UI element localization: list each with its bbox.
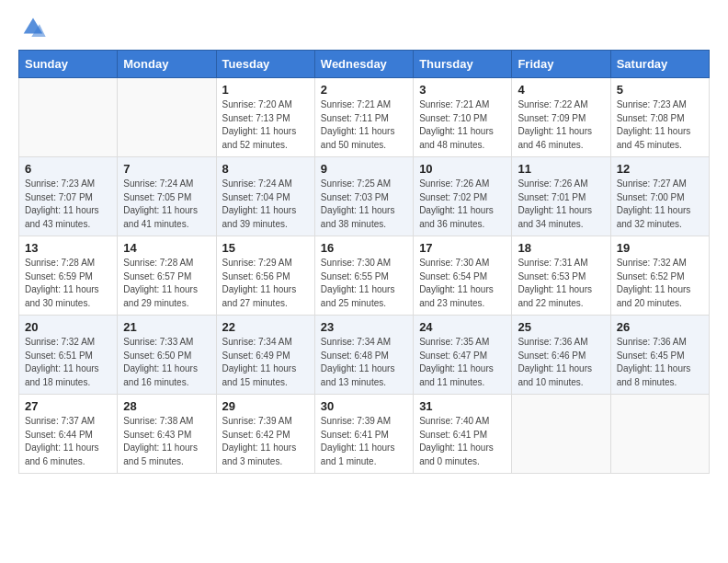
calendar-cell: 1Sunrise: 7:20 AMSunset: 7:13 PMDaylight…: [216, 78, 314, 157]
calendar: SundayMondayTuesdayWednesdayThursdayFrid…: [18, 50, 710, 474]
day-info: Sunrise: 7:35 AMSunset: 6:47 PMDaylight:…: [419, 336, 506, 389]
day-info: Sunrise: 7:31 AMSunset: 6:53 PMDaylight:…: [518, 257, 604, 310]
day-number: 7: [123, 162, 210, 176]
day-info: Sunrise: 7:22 AMSunset: 7:09 PMDaylight:…: [518, 98, 604, 152]
calendar-cell: 5Sunrise: 7:23 AMSunset: 7:08 PMDaylight…: [610, 78, 709, 157]
day-number: 13: [25, 241, 111, 255]
day-number: 24: [419, 320, 506, 334]
day-of-week-header: Wednesday: [314, 51, 413, 78]
day-of-week-header: Thursday: [414, 51, 512, 78]
day-number: 20: [25, 320, 111, 334]
day-info: Sunrise: 7:34 AMSunset: 6:48 PMDaylight:…: [321, 336, 407, 389]
day-number: 27: [25, 399, 111, 413]
calendar-cell: 16Sunrise: 7:30 AMSunset: 6:55 PMDayligh…: [314, 236, 413, 316]
calendar-cell: 13Sunrise: 7:28 AMSunset: 6:59 PMDayligh…: [19, 236, 118, 316]
calendar-cell: 21Sunrise: 7:33 AMSunset: 6:50 PMDayligh…: [118, 316, 216, 395]
day-number: 16: [321, 241, 407, 255]
calendar-cell: 30Sunrise: 7:39 AMSunset: 6:41 PMDayligh…: [314, 395, 413, 474]
day-of-week-header: Friday: [512, 51, 610, 78]
calendar-cell: 9Sunrise: 7:25 AMSunset: 7:03 PMDaylight…: [314, 157, 413, 236]
calendar-cell: [118, 78, 216, 157]
day-of-week-header: Sunday: [19, 51, 118, 78]
day-number: 14: [123, 241, 210, 255]
day-number: 30: [321, 399, 407, 413]
day-info: Sunrise: 7:28 AMSunset: 6:57 PMDaylight:…: [123, 257, 210, 310]
calendar-cell: 6Sunrise: 7:23 AMSunset: 7:07 PMDaylight…: [19, 157, 118, 236]
day-info: Sunrise: 7:30 AMSunset: 6:54 PMDaylight:…: [419, 257, 506, 310]
day-number: 1: [222, 83, 309, 97]
calendar-cell: 25Sunrise: 7:36 AMSunset: 6:46 PMDayligh…: [512, 316, 610, 395]
day-info: Sunrise: 7:32 AMSunset: 6:51 PMDaylight:…: [25, 336, 111, 389]
day-info: Sunrise: 7:32 AMSunset: 6:52 PMDaylight:…: [617, 257, 703, 310]
calendar-cell: 28Sunrise: 7:38 AMSunset: 6:43 PMDayligh…: [118, 395, 216, 474]
calendar-cell: 20Sunrise: 7:32 AMSunset: 6:51 PMDayligh…: [19, 316, 118, 395]
day-info: Sunrise: 7:39 AMSunset: 6:42 PMDaylight:…: [222, 415, 309, 468]
day-number: 18: [518, 241, 604, 255]
calendar-cell: 3Sunrise: 7:21 AMSunset: 7:10 PMDaylight…: [414, 78, 512, 157]
day-number: 26: [617, 320, 703, 334]
calendar-cell: [19, 78, 118, 157]
calendar-cell: 26Sunrise: 7:36 AMSunset: 6:45 PMDayligh…: [610, 316, 709, 395]
day-info: Sunrise: 7:34 AMSunset: 6:49 PMDaylight:…: [222, 336, 309, 389]
day-info: Sunrise: 7:38 AMSunset: 6:43 PMDaylight:…: [123, 415, 210, 468]
day-number: 21: [123, 320, 210, 334]
day-number: 9: [321, 162, 407, 176]
calendar-cell: 18Sunrise: 7:31 AMSunset: 6:53 PMDayligh…: [512, 236, 610, 316]
calendar-cell: 10Sunrise: 7:26 AMSunset: 7:02 PMDayligh…: [414, 157, 512, 236]
day-number: 28: [123, 399, 210, 413]
day-info: Sunrise: 7:26 AMSunset: 7:02 PMDaylight:…: [419, 178, 506, 231]
calendar-cell: 23Sunrise: 7:34 AMSunset: 6:48 PMDayligh…: [314, 316, 413, 395]
calendar-cell: 27Sunrise: 7:37 AMSunset: 6:44 PMDayligh…: [19, 395, 118, 474]
day-info: Sunrise: 7:29 AMSunset: 6:56 PMDaylight:…: [222, 257, 309, 310]
day-info: Sunrise: 7:26 AMSunset: 7:01 PMDaylight:…: [518, 178, 604, 231]
calendar-cell: 29Sunrise: 7:39 AMSunset: 6:42 PMDayligh…: [216, 395, 314, 474]
day-info: Sunrise: 7:27 AMSunset: 7:00 PMDaylight:…: [617, 178, 703, 231]
day-info: Sunrise: 7:24 AMSunset: 7:05 PMDaylight:…: [123, 178, 210, 231]
day-number: 15: [222, 241, 309, 255]
day-number: 31: [419, 399, 506, 413]
calendar-cell: 7Sunrise: 7:24 AMSunset: 7:05 PMDaylight…: [118, 157, 216, 236]
day-of-week-header: Saturday: [610, 51, 709, 78]
day-number: 11: [518, 162, 604, 176]
calendar-cell: 11Sunrise: 7:26 AMSunset: 7:01 PMDayligh…: [512, 157, 610, 236]
day-number: 12: [617, 162, 703, 176]
day-info: Sunrise: 7:36 AMSunset: 6:45 PMDaylight:…: [617, 336, 703, 389]
day-info: Sunrise: 7:33 AMSunset: 6:50 PMDaylight:…: [123, 336, 210, 389]
day-number: 10: [419, 162, 506, 176]
calendar-cell: 8Sunrise: 7:24 AMSunset: 7:04 PMDaylight…: [216, 157, 314, 236]
day-info: Sunrise: 7:21 AMSunset: 7:11 PMDaylight:…: [321, 98, 407, 152]
header: [18, 15, 710, 40]
logo: [18, 15, 46, 40]
day-number: 8: [222, 162, 309, 176]
day-info: Sunrise: 7:30 AMSunset: 6:55 PMDaylight:…: [321, 257, 407, 310]
day-number: 4: [518, 83, 604, 97]
day-number: 6: [25, 162, 111, 176]
calendar-cell: 17Sunrise: 7:30 AMSunset: 6:54 PMDayligh…: [414, 236, 512, 316]
day-number: 3: [419, 83, 506, 97]
calendar-cell: 15Sunrise: 7:29 AMSunset: 6:56 PMDayligh…: [216, 236, 314, 316]
day-info: Sunrise: 7:20 AMSunset: 7:13 PMDaylight:…: [222, 98, 309, 152]
day-number: 25: [518, 320, 604, 334]
day-number: 5: [617, 83, 703, 97]
day-info: Sunrise: 7:37 AMSunset: 6:44 PMDaylight:…: [25, 415, 111, 468]
calendar-cell: 12Sunrise: 7:27 AMSunset: 7:00 PMDayligh…: [610, 157, 709, 236]
day-info: Sunrise: 7:23 AMSunset: 7:08 PMDaylight:…: [617, 98, 703, 152]
day-of-week-header: Monday: [118, 51, 216, 78]
day-info: Sunrise: 7:23 AMSunset: 7:07 PMDaylight:…: [25, 178, 111, 231]
day-number: 23: [321, 320, 407, 334]
day-number: 22: [222, 320, 309, 334]
day-info: Sunrise: 7:28 AMSunset: 6:59 PMDaylight:…: [25, 257, 111, 310]
day-info: Sunrise: 7:36 AMSunset: 6:46 PMDaylight:…: [518, 336, 604, 389]
calendar-cell: 24Sunrise: 7:35 AMSunset: 6:47 PMDayligh…: [414, 316, 512, 395]
day-info: Sunrise: 7:25 AMSunset: 7:03 PMDaylight:…: [321, 178, 407, 231]
logo-icon: [20, 15, 46, 37]
day-number: 2: [321, 83, 407, 97]
day-info: Sunrise: 7:24 AMSunset: 7:04 PMDaylight:…: [222, 178, 309, 231]
day-info: Sunrise: 7:21 AMSunset: 7:10 PMDaylight:…: [419, 98, 506, 152]
calendar-cell: 19Sunrise: 7:32 AMSunset: 6:52 PMDayligh…: [610, 236, 709, 316]
calendar-cell: 14Sunrise: 7:28 AMSunset: 6:57 PMDayligh…: [118, 236, 216, 316]
day-number: 29: [222, 399, 309, 413]
day-number: 19: [617, 241, 703, 255]
calendar-cell: [512, 395, 610, 474]
day-info: Sunrise: 7:40 AMSunset: 6:41 PMDaylight:…: [419, 415, 506, 468]
